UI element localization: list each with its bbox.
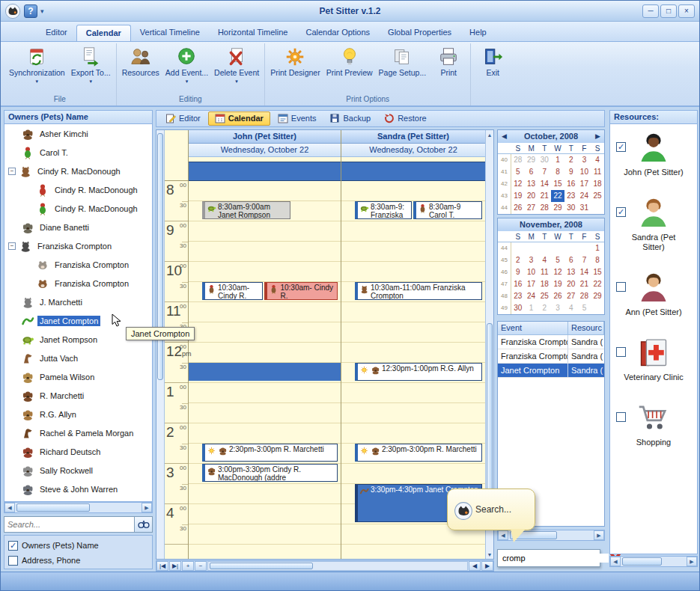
calendar-day[interactable]: 2: [538, 302, 551, 314]
scrollbar-thumb[interactable]: [487, 323, 493, 494]
filter-option[interactable]: Address, Phone: [8, 553, 148, 568]
collapse-toggle-icon[interactable]: −: [8, 242, 16, 250]
binoculars-search-icon[interactable]: [135, 516, 153, 533]
scroll-left-icon[interactable]: ◀: [610, 557, 621, 566]
zoom-out-button[interactable]: −: [195, 561, 207, 571]
scroll-left-icon[interactable]: ◀: [498, 530, 508, 540]
mini-calendar-november[interactable]: November, 2008SMTWTFS4414523456784691011…: [497, 218, 605, 315]
owner-item[interactable]: Steve & John Warren: [4, 480, 152, 498]
resource-item[interactable]: Ann (Pet Sitter): [610, 272, 697, 317]
calendar-day[interactable]: 9: [511, 266, 525, 278]
scroll-down-icon[interactable]: ▼: [487, 550, 493, 559]
scrollbar-thumb[interactable]: [622, 557, 662, 566]
event[interactable]: 8:30am-9 Carol T.: [413, 201, 482, 219]
event[interactable]: 2:30pm-3:00pm R. Marchetti: [355, 444, 482, 462]
resource-checkbox[interactable]: [616, 347, 626, 357]
scroll-right-icon[interactable]: ▶: [687, 557, 697, 566]
zoom-in-button[interactable]: +: [182, 561, 194, 571]
filter-checkbox[interactable]: [8, 556, 18, 566]
minimize-button[interactable]: ─: [642, 4, 659, 18]
resources-button[interactable]: Resources: [119, 43, 162, 79]
view-tab-calendar[interactable]: Calendar: [208, 111, 270, 126]
calendar-day[interactable]: 4: [564, 302, 578, 314]
collapse-toggle-icon[interactable]: −: [8, 168, 16, 175]
resource-header[interactable]: Sandra (Pet Sitter): [341, 130, 485, 144]
calendar-day[interactable]: 15: [591, 266, 604, 278]
scroll-right-icon[interactable]: ▶: [481, 561, 493, 571]
calendar-day[interactable]: 20: [564, 278, 578, 290]
calendar-day[interactable]: 8: [551, 166, 564, 178]
calendar-day[interactable]: 29: [551, 202, 564, 214]
calendar-day[interactable]: 28: [538, 202, 551, 214]
resource-item[interactable]: ✓John (Pet Sitter): [610, 132, 697, 177]
owner-item[interactable]: Franziska Crompton: [4, 255, 152, 274]
resource-header[interactable]: John (Pet Sitter): [189, 130, 341, 144]
calendar-day[interactable]: 27: [564, 290, 578, 302]
scrollbar-track[interactable]: [207, 561, 468, 571]
owner-item[interactable]: Cindy R. MacDonough: [4, 180, 152, 199]
calendar-day[interactable]: 24: [578, 190, 591, 202]
resource-checkbox[interactable]: ✓: [616, 207, 626, 217]
calendar-day[interactable]: 25: [591, 190, 604, 202]
owner-item[interactable]: Franziska Crompton: [4, 274, 152, 293]
calendar-day[interactable]: 13: [564, 266, 578, 278]
owner-item[interactable]: Jutta Vach: [4, 349, 152, 367]
owner-item[interactable]: Diane Banetti: [4, 218, 152, 236]
calendar-day[interactable]: 10: [525, 266, 538, 278]
view-tab-backup[interactable]: Backup: [323, 112, 377, 125]
resources-horizontal-scrollbar[interactable]: ◀ ▶: [609, 556, 698, 567]
event-table-row[interactable]: Janet CromptonSandra (: [498, 364, 604, 378]
calendar-day[interactable]: 5: [551, 254, 564, 266]
close-button[interactable]: ×: [678, 4, 695, 18]
event[interactable]: 10:30am- Cindy R.: [202, 282, 263, 300]
resource-checkbox[interactable]: [616, 282, 626, 292]
app-logo-icon[interactable]: [4, 3, 21, 19]
owner-item[interactable]: Carol T.: [4, 143, 152, 162]
synchronization-button[interactable]: Synchronization ▾: [6, 43, 68, 87]
owners-tree[interactable]: Asher KimchiCarol T.−Cindy R. MacDonough…: [4, 124, 153, 502]
calendar-day[interactable]: 16: [511, 278, 525, 290]
calendar-day[interactable]: 12: [551, 266, 564, 278]
calendar-day[interactable]: 29: [591, 290, 604, 302]
calendar-day[interactable]: 6: [525, 166, 538, 178]
print-preview-button[interactable]: Print Preview: [323, 43, 376, 79]
event[interactable]: 8:30am-9: Franziska: [355, 201, 412, 219]
owners-search-input[interactable]: [4, 516, 135, 533]
allday-area[interactable]: [189, 162, 341, 181]
calendar-day[interactable]: 26: [511, 202, 525, 214]
menu-tab-global-properties[interactable]: Global Properties: [379, 25, 460, 41]
calendar-day[interactable]: 30: [538, 154, 551, 166]
resource-checkbox[interactable]: ✓: [616, 142, 626, 152]
filter-checkbox[interactable]: ✓: [8, 541, 18, 551]
view-tab-editor[interactable]: Editor: [159, 112, 207, 125]
scheduler-column-john[interactable]: John (Pet Sitter)Wednesday, October 228:…: [189, 130, 341, 559]
resource-item[interactable]: Shopping: [610, 402, 697, 447]
calendar-day[interactable]: 18: [538, 278, 551, 290]
calendar-day[interactable]: 9: [564, 166, 578, 178]
menu-tab-calendar-options[interactable]: Calendar Options: [296, 25, 379, 41]
calendar-day[interactable]: 11: [538, 266, 551, 278]
calendar-day[interactable]: 3: [525, 254, 538, 266]
event[interactable]: 2:30pm-3:00pm R. Marchetti: [202, 444, 338, 462]
view-tab-events[interactable]: Events: [272, 112, 323, 125]
scroll-right-icon[interactable]: ▶: [141, 503, 152, 512]
time-ruler-scrollbar[interactable]: [156, 130, 165, 559]
next-month-icon[interactable]: ▶: [595, 130, 600, 142]
exit-button[interactable]: Exit: [473, 43, 512, 79]
owner-item[interactable]: R. Marchetti: [4, 386, 152, 405]
calendar-day[interactable]: 8: [591, 254, 604, 266]
scrollbar-thumb[interactable]: [210, 563, 313, 569]
search-balloon[interactable]: Search...: [447, 489, 535, 530]
help-button[interactable]: ?: [24, 4, 37, 18]
owner-item[interactable]: Sally Rockwell: [4, 461, 152, 480]
scrollbar-thumb[interactable]: [157, 133, 163, 380]
menu-tab-calendar[interactable]: Calendar: [76, 25, 131, 41]
calendar-day[interactable]: 10: [578, 166, 591, 178]
mini-calendar-october[interactable]: ◀October, 2008▶SMTWTFS402829301234415678…: [497, 129, 605, 215]
scroll-right-icon[interactable]: ▶: [594, 530, 604, 540]
calendar-day[interactable]: 29: [525, 154, 538, 166]
menu-tab-vertical-timeline[interactable]: Vertical Timeline: [131, 25, 209, 41]
calendar-day[interactable]: 19: [511, 190, 525, 202]
calendar-day[interactable]: 4: [538, 254, 551, 266]
calendar-day[interactable]: 7: [538, 166, 551, 178]
